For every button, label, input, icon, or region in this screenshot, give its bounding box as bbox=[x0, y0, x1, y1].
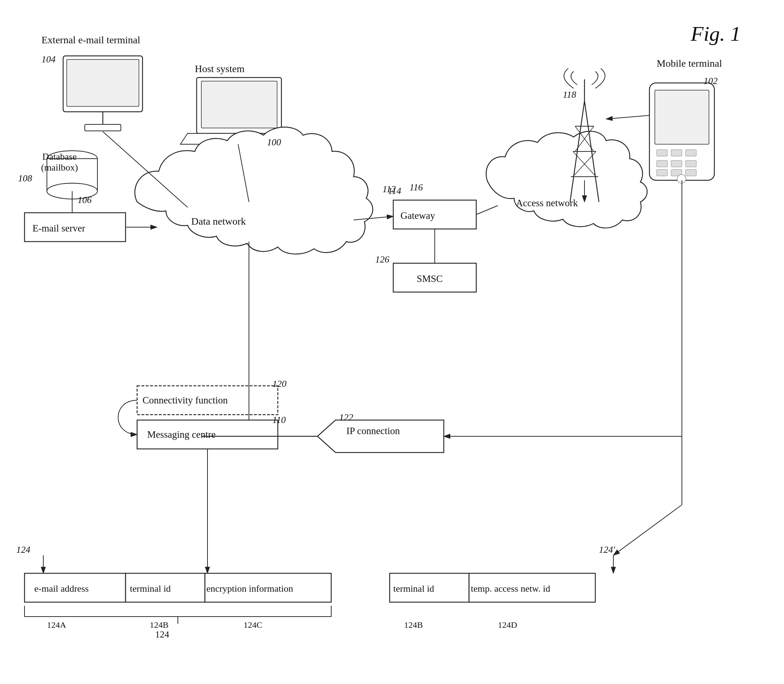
label-124: 124 bbox=[16, 544, 30, 555]
messaging-centre-label: Messaging centre bbox=[147, 429, 216, 440]
svg-rect-5 bbox=[85, 124, 121, 131]
svg-line-34 bbox=[575, 126, 594, 152]
label-114: 114 bbox=[388, 186, 401, 197]
svg-line-29 bbox=[585, 101, 599, 202]
svg-line-28 bbox=[570, 101, 585, 202]
smsc-label: SMSC bbox=[417, 273, 443, 284]
label-118: 118 bbox=[563, 89, 576, 100]
label-106: 106 bbox=[78, 195, 92, 205]
svg-rect-9 bbox=[650, 83, 714, 180]
database-label: Database (mailbox) bbox=[34, 152, 85, 173]
access-network-label: Access network bbox=[516, 198, 578, 209]
mobile-terminal-label: Mobile terminal bbox=[656, 58, 722, 69]
label-100: 100 bbox=[267, 137, 281, 148]
svg-line-46 bbox=[354, 216, 393, 220]
svg-marker-41 bbox=[202, 420, 444, 453]
table-terminal-id-right: terminal id bbox=[393, 583, 434, 594]
svg-rect-6 bbox=[67, 60, 139, 106]
label-124B-right: 124B bbox=[404, 620, 423, 630]
svg-rect-12 bbox=[671, 150, 682, 156]
svg-rect-13 bbox=[685, 150, 696, 156]
label-120: 120 bbox=[272, 379, 286, 389]
label-124-brace: 124 bbox=[155, 629, 169, 640]
svg-point-20 bbox=[677, 174, 686, 183]
connectivity-function-label: Connectivity function bbox=[142, 395, 228, 406]
label-102: 102 bbox=[703, 76, 718, 87]
svg-rect-17 bbox=[656, 169, 668, 176]
svg-line-42 bbox=[103, 132, 188, 207]
svg-rect-16 bbox=[685, 160, 696, 167]
label-108: 108 bbox=[18, 173, 32, 184]
label-124prime: 124' bbox=[599, 544, 615, 555]
svg-rect-15 bbox=[671, 160, 682, 167]
fig-title: Fig. 1 bbox=[690, 22, 741, 46]
label-110: 110 bbox=[272, 415, 286, 426]
svg-rect-14 bbox=[656, 160, 668, 167]
ip-connection-label: IP connection bbox=[346, 426, 400, 437]
table-email-address: e-mail address bbox=[34, 583, 89, 594]
svg-line-47 bbox=[476, 205, 498, 215]
label-126: 126 bbox=[375, 254, 389, 265]
label-124D: 124D bbox=[498, 620, 517, 630]
svg-line-35 bbox=[573, 152, 596, 177]
svg-line-50 bbox=[606, 115, 650, 119]
data-network-label: Data network bbox=[191, 216, 246, 227]
svg-line-65 bbox=[613, 505, 682, 555]
svg-line-33 bbox=[575, 126, 594, 152]
svg-rect-3 bbox=[63, 56, 142, 112]
svg-rect-18 bbox=[671, 169, 682, 176]
label-124A: 124A bbox=[47, 620, 66, 630]
table-terminal-id-left: terminal id bbox=[130, 583, 171, 594]
label-122: 122 bbox=[339, 412, 353, 423]
svg-rect-10 bbox=[655, 90, 709, 144]
label-104: 104 bbox=[42, 54, 55, 65]
svg-line-36 bbox=[573, 152, 596, 177]
label-124C: 124C bbox=[244, 620, 262, 630]
svg-rect-11 bbox=[656, 150, 668, 156]
svg-rect-8 bbox=[201, 81, 277, 128]
svg-rect-19 bbox=[685, 169, 696, 176]
svg-line-43 bbox=[238, 144, 249, 202]
svg-rect-7 bbox=[197, 77, 281, 134]
host-system-label: Host system bbox=[195, 63, 245, 75]
label-116: 116 bbox=[409, 182, 423, 193]
email-server-label: E-mail server bbox=[32, 223, 85, 234]
table-temp-access: temp. access netw. id bbox=[471, 583, 550, 594]
table-encryption-info: encryption information bbox=[206, 583, 293, 594]
external-email-terminal-label: External e-mail terminal bbox=[42, 34, 141, 46]
gateway-label: Gateway bbox=[401, 210, 435, 221]
label-124B-left: 124B bbox=[150, 620, 168, 630]
